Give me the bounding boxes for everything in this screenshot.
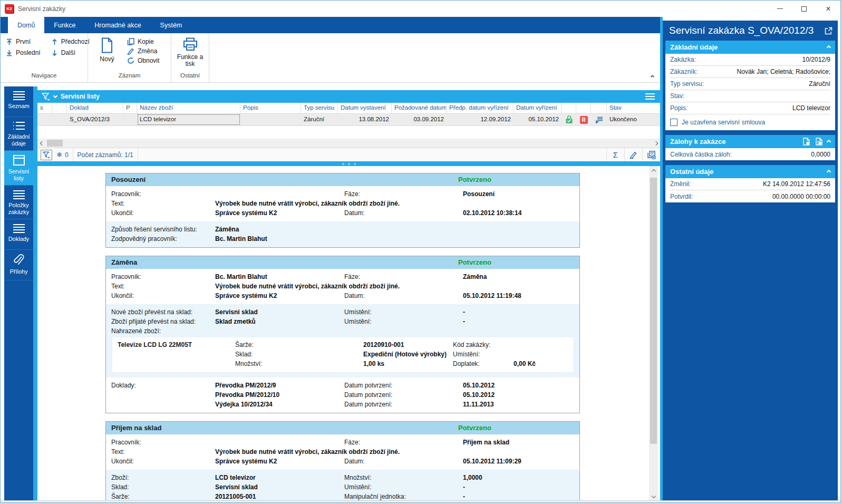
right-panel-title: Servisní zakázka S_OVA/2012/3: [669, 25, 814, 36]
col-header-flag2[interactable]: [576, 103, 591, 113]
sidebar-item-label: Přílohy: [9, 268, 27, 275]
last-button[interactable]: Poslední: [6, 49, 41, 56]
panel-section-zakladni-udaje: Základní údaje Zakázka:10/2012/9 Zákazní…: [665, 41, 835, 130]
previous-button[interactable]: Předchozí: [51, 38, 90, 45]
edit-button[interactable]: [624, 148, 642, 161]
refresh-icon: [127, 57, 134, 64]
sidebar-item-seznam[interactable]: Seznam: [4, 86, 33, 117]
field-zmenil[interactable]: Změnil:K2 14.09.2012 12:47:56: [670, 178, 830, 190]
col-header-nazev-zbozi[interactable]: Název zboží: [137, 103, 240, 113]
col-header-blank[interactable]: [52, 103, 67, 113]
replaced-goods-box: Televize LCD LG 22M05TŠarže:20120910-001…: [112, 337, 573, 372]
copy-add-button[interactable]: [642, 148, 660, 161]
horizontal-scroll-thumb[interactable]: [47, 140, 63, 147]
col-header-pozadovane-datum[interactable]: Požadované datum: [392, 103, 447, 113]
frozen-rows-indicator[interactable]: ❄ 0: [52, 148, 73, 161]
tab-domu[interactable]: Domů: [8, 17, 44, 33]
section-title: Posouzení: [111, 176, 458, 183]
col-header-stav[interactable]: Stav: [607, 103, 660, 113]
sidebar: Seznam Základní údaje Servisní listy Pol…: [4, 86, 33, 500]
sidebar-item-servisni-listy[interactable]: Servisní listy: [4, 151, 33, 186]
scroll-up-button[interactable]: [649, 166, 658, 175]
col-header-typ-servisu[interactable]: Typ servisu: [301, 103, 338, 113]
horizontal-splitter[interactable]: [37, 161, 660, 166]
print-functions-button[interactable]: Funkce a tisk: [173, 34, 207, 72]
documents-icon[interactable]: [815, 138, 822, 146]
filter-icon[interactable]: [42, 93, 50, 101]
minimize-button[interactable]: [768, 1, 792, 17]
chevron-left-icon: [40, 141, 44, 145]
cell-stav: Ukončeno: [607, 114, 660, 125]
cell-doklad: S_OVA/2012/3: [67, 114, 123, 125]
paperclip-icon: [14, 254, 24, 266]
col-header-s[interactable]: s: [37, 103, 52, 113]
table-row[interactable]: S_OVA/2012/3 LCD televizor Záruční 13.08…: [37, 114, 660, 126]
tab-funkce[interactable]: Funkce: [44, 17, 85, 33]
tab-system[interactable]: Systém: [151, 17, 192, 33]
col-header-flag1[interactable]: [562, 103, 576, 113]
copy-button[interactable]: Kopie: [127, 38, 159, 45]
grid-menu-button[interactable]: [645, 93, 655, 100]
field-zakaznik[interactable]: Zákazník:Novák Jan; Celetná; Radošovice;: [670, 66, 830, 78]
window-bottom-edge: [1, 500, 840, 503]
collapse-section-button[interactable]: [827, 139, 831, 143]
cell-predp-datum-vyrizeni: 12.09.2012: [447, 114, 514, 125]
col-header-datum-vystaveni[interactable]: Datum vystavení: [338, 103, 392, 113]
vertical-scrollbar[interactable]: [649, 166, 658, 500]
sidebar-item-polozky-zakazky[interactable]: Položky zakázky: [4, 186, 33, 219]
sidebar-item-label: Seznam: [8, 103, 29, 110]
sidebar-item-label: Doklady: [8, 236, 30, 243]
panel-section-zalohy: Zálohy k zakázce Celková částka záloh:0,…: [665, 135, 835, 160]
maximize-button[interactable]: [792, 1, 816, 17]
menu-lines-icon: [13, 91, 25, 100]
field-celkova-castka[interactable]: Celková částka záloh:0,0000: [670, 148, 830, 160]
close-button[interactable]: ×: [816, 1, 840, 17]
next-button[interactable]: Další: [51, 49, 90, 56]
cell-popis: [240, 114, 301, 125]
ribbon-collapse-button[interactable]: [651, 71, 654, 80]
field-popis[interactable]: Popis:LCD televizor: [670, 102, 830, 114]
scroll-right-button[interactable]: [651, 139, 660, 148]
service-contract-checkbox[interactable]: Je uzavřena servisní smlouva: [670, 114, 830, 130]
panel-section-title: Základní údaje: [670, 43, 718, 51]
group-label-zaznam: Záznam: [88, 72, 171, 82]
col-header-predp-datum-vyrizeni[interactable]: Předp. datum vyřízení: [447, 103, 514, 113]
field-zakazka[interactable]: Zakázka:10/2012/9: [670, 54, 830, 66]
collapse-section-button[interactable]: [827, 169, 831, 173]
vertical-scroll-thumb[interactable]: [650, 178, 657, 444]
change-button[interactable]: Změna: [127, 47, 159, 55]
lock-confirmed-icon: [565, 115, 573, 124]
first-button[interactable]: První: [6, 38, 41, 45]
open-external-icon[interactable]: [825, 27, 833, 35]
service-sheet-detail: Posouzení Potvrzeno Pracovník:Fáze:Posou…: [37, 166, 660, 500]
panel-section-ostatni-udaje: Ostatní údaje Změnil:K2 14.09.2012 12:47…: [665, 165, 835, 202]
col-header-datum-vyrizeni[interactable]: Datum vyřízení: [514, 103, 562, 113]
copy-label: Kopie: [138, 38, 154, 45]
detail-section-zamena: Záměna Potvrzeno Pracovník:Bc. Martin Bl…: [105, 256, 580, 413]
field-typ-servisu[interactable]: Typ servisu:Záruční: [670, 78, 830, 90]
sidebar-item-doklady[interactable]: Doklady: [4, 219, 33, 250]
collapse-section-button[interactable]: [827, 45, 831, 49]
col-header-flag3[interactable]: [591, 103, 607, 113]
sidebar-item-zakladni-udaje[interactable]: Základní údaje: [4, 117, 33, 151]
chevron-down-icon[interactable]: [53, 93, 57, 98]
col-header-p[interactable]: P: [123, 103, 137, 113]
maximize-icon: [801, 6, 807, 12]
col-header-doklad[interactable]: Doklad: [67, 103, 123, 113]
sum-button[interactable]: Σ: [606, 148, 624, 161]
ribbon: První Předchozí Poslední Další: [1, 33, 660, 83]
sidebar-item-prilohy[interactable]: Přílohy: [4, 250, 33, 280]
filter-toggle-button[interactable]: [41, 150, 52, 160]
tab-hromadne-akce[interactable]: Hromadné akce: [85, 17, 150, 33]
sidebar-splitter[interactable]: [33, 86, 37, 500]
new-button[interactable]: Nový: [93, 34, 121, 72]
scroll-left-button[interactable]: [37, 139, 46, 148]
document-icon[interactable]: [803, 138, 810, 146]
field-stav[interactable]: Stav:: [670, 90, 830, 102]
refresh-button[interactable]: Obnovit: [127, 57, 159, 64]
col-header-popis[interactable]: Popis: [240, 103, 301, 113]
scroll-down-button[interactable]: [649, 491, 658, 500]
horizontal-scrollbar[interactable]: [37, 139, 660, 148]
panel-section-title: Zálohy k zakázce: [670, 138, 726, 146]
field-potvrdil[interactable]: Potvrdil:00.00.0000 00:00:00: [670, 190, 830, 202]
